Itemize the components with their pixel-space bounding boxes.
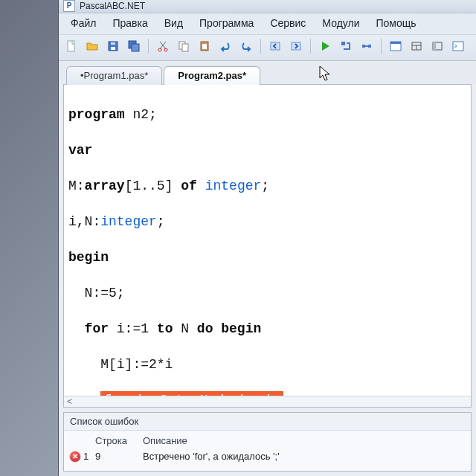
output-window-button[interactable] [387,38,404,54]
undo-icon [219,40,231,52]
code-token: ; [157,214,165,229]
step-over-button[interactable] [358,38,375,54]
toolbar-separator [148,39,149,54]
code-token: [1..5] [125,178,181,193]
tab-program1[interactable]: •Program1.pas* [66,66,162,85]
code-token: M: [68,178,85,193]
new-file-icon [65,40,77,52]
toolbar-separator [310,39,311,54]
svg-rect-3 [111,42,115,45]
cut-icon [157,40,169,52]
paste-button[interactable] [196,38,213,54]
error-row[interactable]: ✕ 1 9 Встречено 'for', а ожидалось ';' [70,449,465,463]
nav-forward-icon [290,40,302,52]
cut-button[interactable] [155,38,171,54]
code-token: M[i]:=2*i [68,357,173,372]
open-button[interactable] [84,38,100,54]
code-editor[interactable]: program n2; var M:array[1..5] of integer… [63,84,472,408]
save-all-icon [128,40,140,52]
menu-program[interactable]: Программа [192,16,261,30]
step-icon [340,40,352,52]
copy-icon [178,40,190,52]
code-token: i,N: [68,214,100,229]
save-all-button[interactable] [126,38,142,54]
code-token: begin [221,321,261,336]
output-window-icon [390,40,402,52]
error-index: 1 [83,451,89,462]
code-token [213,321,221,336]
code-token: N [173,321,196,336]
document-tabs: •Program1.pas* Program2.pas* [59,61,476,84]
code-token: of [181,178,197,193]
svg-rect-9 [182,44,188,51]
menu-edit[interactable]: Правка [105,16,155,30]
code-token: do [197,321,213,336]
error-panel-title: Список ошибок [64,413,471,431]
console-button[interactable] [450,38,466,54]
save-icon [107,40,119,52]
col-desc-header: Описание [143,435,465,446]
redo-icon [240,40,252,52]
save-button[interactable] [105,38,121,54]
menu-help[interactable]: Помощь [369,16,424,30]
run-button[interactable] [317,38,333,54]
error-icon: ✕ [70,451,80,462]
menu-service[interactable]: Сервис [263,16,313,30]
layout-button[interactable] [408,38,425,54]
menu-bar: Файл Правка Вид Программа Сервис Модули … [59,13,476,35]
svg-rect-22 [453,42,463,51]
console-icon [452,40,464,52]
menu-view[interactable]: Вид [157,16,190,30]
layout-icon [411,40,422,52]
nav-back-button[interactable] [267,38,283,54]
error-table-header: Строка Описание [70,434,465,449]
toolbar [59,35,476,61]
code-area[interactable]: program n2; var M:array[1..5] of integer… [64,85,471,396]
app-icon: P [63,0,75,12]
step-into-button[interactable] [338,38,354,54]
code-token [197,178,205,193]
code-token: to [157,321,173,336]
panel-button[interactable] [429,38,446,54]
undo-button[interactable] [217,38,234,54]
horizontal-scrollbar[interactable]: < [64,396,471,407]
panel-icon [431,40,443,52]
svg-rect-21 [433,42,436,50]
menu-file[interactable]: Файл [63,16,103,30]
tab-program2[interactable]: Program2.pas* [164,66,260,85]
svg-rect-18 [390,42,401,44]
nav-back-icon [269,40,281,52]
open-folder-icon [86,40,98,52]
copy-button[interactable] [176,38,192,54]
svg-rect-14 [341,42,345,45]
code-token [68,321,85,336]
code-token: integer [205,178,262,193]
toolbar-separator [381,39,382,54]
svg-rect-5 [132,44,139,51]
code-token: integer [100,214,157,229]
new-file-button[interactable] [63,38,80,54]
toolbar-separator [260,39,261,54]
code-token: program [68,107,125,122]
svg-rect-12 [271,42,280,50]
nav-forward-button[interactable] [288,38,304,54]
error-description: Встречено 'for', а ожидалось ';' [143,451,465,462]
svg-rect-0 [68,41,74,51]
code-token: n2; [125,107,157,122]
svg-rect-13 [292,42,300,50]
code-token: i:=1 [109,321,157,336]
code-token: begin [68,250,109,265]
code-token: for [85,321,109,336]
error-line-number: 9 [95,451,143,462]
code-token: ; [261,178,269,193]
redo-button[interactable] [238,38,254,54]
code-token: N:=5; [68,286,125,300]
paste-icon [199,40,210,52]
error-list-panel: Список ошибок Строка Описание ✕ 1 9 Встр… [63,412,472,472]
run-icon [319,40,331,52]
svg-rect-11 [202,44,207,49]
svg-rect-2 [111,47,115,50]
menu-modules[interactable]: Модули [315,16,367,30]
app-title: PascalABC.NET [80,1,145,11]
ide-window: P PascalABC.NET Файл Правка Вид Программ… [58,0,476,476]
